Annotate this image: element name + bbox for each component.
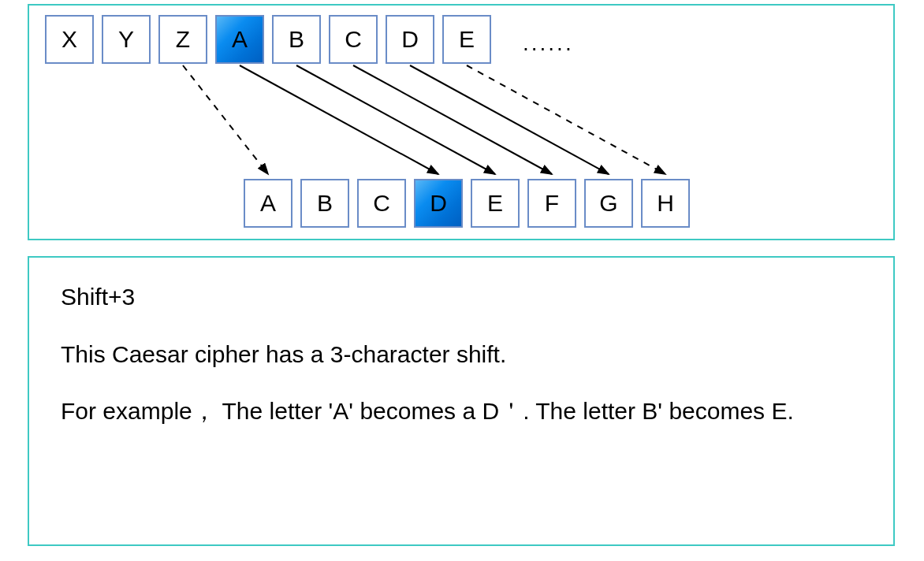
shift-arrow-1	[240, 65, 438, 174]
top-row-ellipsis: ......	[523, 31, 574, 56]
plaintext-cell-7: E	[442, 15, 491, 64]
plaintext-cell-0: X	[45, 15, 94, 64]
shift-arrow-3	[353, 65, 552, 174]
plaintext-cell-5: C	[329, 15, 378, 64]
cipher-example: For example， The letter 'A' becomes a D＇…	[61, 396, 862, 428]
diagram-canvas: ...... XYZABCDEABCDEFGH Shift+3 This Cae…	[0, 0, 924, 561]
plaintext-cell-1: Y	[102, 15, 151, 64]
plaintext-cell-4: B	[272, 15, 321, 64]
ciphertext-cell-3: D	[414, 179, 463, 228]
ciphertext-cell-5: F	[527, 179, 576, 228]
shift-arrow-2	[296, 65, 495, 174]
ciphertext-cell-7: H	[641, 179, 690, 228]
ciphertext-cell-0: A	[244, 179, 292, 228]
ciphertext-cell-2: C	[357, 179, 406, 228]
shift-label: Shift+3	[61, 281, 862, 314]
explanation-panel: Shift+3 This Caesar cipher has a 3-chara…	[28, 256, 895, 546]
plaintext-cell-3: A	[215, 15, 264, 64]
shift-arrow-4	[410, 65, 609, 174]
ciphertext-cell-4: E	[471, 179, 520, 228]
ciphertext-cell-1: B	[300, 179, 349, 228]
plaintext-cell-2: Z	[158, 15, 207, 64]
shift-arrow-0	[183, 65, 268, 174]
plaintext-cell-6: D	[386, 15, 434, 64]
ciphertext-cell-6: G	[584, 179, 633, 228]
cipher-description: This Caesar cipher has a 3-character shi…	[61, 339, 862, 371]
cipher-diagram-panel: ...... XYZABCDEABCDEFGH	[28, 4, 895, 240]
shift-arrow-5	[467, 65, 665, 174]
